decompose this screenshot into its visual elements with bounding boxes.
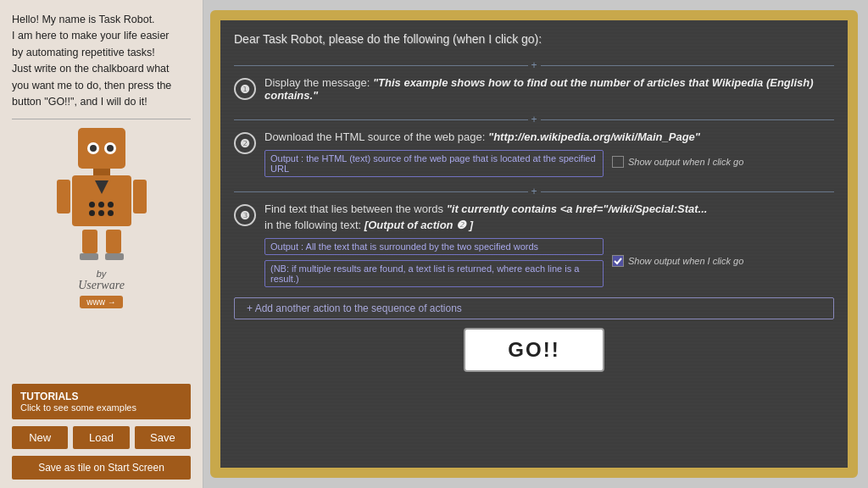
left-panel: Hello! My name is Task Robot. I am here … bbox=[0, 0, 203, 488]
divider-line bbox=[234, 65, 528, 66]
action-content-1: Display the message: "This example shows… bbox=[264, 76, 834, 105]
robot-btn-3 bbox=[108, 202, 114, 208]
divider-line-5 bbox=[234, 191, 528, 192]
action-prefix-1: Display the message: bbox=[264, 76, 370, 89]
desc-line-1: I am here to make your life easier bbox=[12, 30, 170, 42]
www-text: www → bbox=[86, 297, 115, 307]
robot-torso bbox=[72, 175, 131, 226]
save-button[interactable]: Save bbox=[135, 426, 191, 449]
show-output-text-3: Show output when I click go bbox=[628, 256, 743, 266]
robot-torso-group bbox=[72, 175, 131, 226]
action-output-box-3b: (NB: if multiple results are found, a te… bbox=[264, 260, 604, 287]
show-output-label-2: Show output when I click go bbox=[612, 156, 743, 168]
speech-divider bbox=[12, 119, 191, 119]
action-prefix-3b: in the following text: bbox=[264, 219, 361, 231]
divider-line-6 bbox=[541, 191, 835, 192]
robot-btn-4 bbox=[89, 210, 95, 216]
action-title-3b: in the following text: [Output of action… bbox=[264, 219, 834, 231]
action-title-3: Find text that lies between the words "i… bbox=[264, 202, 834, 215]
robot-leg-right bbox=[106, 230, 121, 253]
action-title-2: Download the HTML source of the web page… bbox=[264, 130, 834, 143]
desc-line-3: Just write on the chalkboard what bbox=[12, 63, 170, 75]
desc-line-4: you want me to do, then press the bbox=[12, 80, 171, 92]
add-action-button[interactable]: + Add another action to the sequence of … bbox=[234, 297, 834, 319]
new-button[interactable]: New bbox=[12, 426, 68, 449]
divider-3: + bbox=[234, 186, 834, 197]
action-title-1: Display the message: "This example shows… bbox=[264, 76, 834, 102]
save-tile-button[interactable]: Save as tile on Start Screen bbox=[12, 456, 191, 480]
show-output-checkbox-3[interactable] bbox=[612, 255, 624, 267]
brand-section: by Userware www → bbox=[78, 265, 125, 308]
divider-plus-2: + bbox=[528, 114, 541, 125]
load-button[interactable]: Load bbox=[73, 426, 129, 449]
chalkboard-header: Dear Task Robot, please do the following… bbox=[234, 32, 834, 46]
robot-foot-right bbox=[105, 253, 124, 260]
robot-btn-2 bbox=[98, 202, 104, 208]
action-output-row-3: Output : All the text that is surrounded… bbox=[264, 235, 834, 287]
chalkboard: Dear Task Robot, please do the following… bbox=[210, 10, 858, 478]
action-row-3: ❸ Find text that lies between the words … bbox=[234, 202, 834, 287]
action-italic-2: "http://en.wikipedia.org/wiki/Main_Page" bbox=[488, 130, 700, 143]
action-number-1: ❶ bbox=[234, 78, 256, 100]
action-italic-3: "it currently contains <a href="/wiki/Sp… bbox=[447, 202, 708, 215]
robot-leg-left bbox=[82, 230, 97, 253]
robot-btn-6 bbox=[108, 210, 114, 216]
action-output-row-2: Output : the HTML (text) source of the w… bbox=[264, 147, 834, 177]
robot-feet bbox=[80, 253, 124, 260]
by-label: by bbox=[97, 269, 107, 279]
action-prefix-3: Find text that lies between the words bbox=[264, 202, 443, 215]
www-badge: www → bbox=[80, 296, 122, 308]
robot-tie bbox=[95, 180, 108, 194]
robot-foot-left bbox=[80, 253, 98, 260]
robot-legs bbox=[82, 230, 121, 253]
robot-container: by Userware www → bbox=[12, 128, 191, 308]
output-box-group-3: Output : All the text that is surrounded… bbox=[264, 235, 604, 287]
tutorials-title: TUTORIALS bbox=[20, 391, 182, 402]
robot-eye-left bbox=[87, 142, 99, 154]
left-top-section: Hello! My name is Task Robot. I am here … bbox=[0, 0, 203, 384]
divider-line-3 bbox=[234, 119, 528, 120]
go-button[interactable]: GO!! bbox=[464, 328, 604, 372]
divider-plus-3: + bbox=[528, 186, 541, 197]
show-output-label-3: Show output when I click go bbox=[612, 255, 743, 267]
robot-neck bbox=[93, 169, 110, 175]
chalkboard-wrapper: Dear Task Robot, please do the following… bbox=[203, 0, 868, 488]
robot-figure: by Userware www → bbox=[72, 128, 131, 308]
action-output-box-2: Output : the HTML (text) source of the w… bbox=[264, 150, 604, 177]
divider-plus: + bbox=[528, 59, 541, 71]
robot-buttons bbox=[89, 202, 114, 216]
action-italic-3b: [Output of action ❷ ] bbox=[364, 219, 473, 231]
action-row-1: ❶ Display the message: "This example sho… bbox=[234, 76, 834, 105]
desc-line-5: button "GO!!", and I will do it! bbox=[12, 96, 147, 108]
desc-line-2: by automating repetitive tasks! bbox=[12, 47, 155, 58]
divider-line-4 bbox=[541, 119, 835, 120]
action-content-2: Download the HTML source of the web page… bbox=[264, 130, 834, 177]
action-number-2: ❷ bbox=[234, 132, 256, 154]
checkmark-icon bbox=[614, 257, 622, 265]
robot-arm-right bbox=[133, 180, 147, 214]
robot-arm-left bbox=[57, 180, 70, 214]
action-prefix-2: Download the HTML source of the web page… bbox=[264, 130, 485, 143]
robot-head bbox=[78, 128, 125, 169]
action-number-3: ❸ bbox=[234, 204, 256, 226]
divider-line-2 bbox=[541, 65, 835, 66]
robot-eye-right bbox=[104, 142, 116, 154]
action-output-box-3a: Output : All the text that is surrounded… bbox=[264, 238, 604, 255]
action-content-3: Find text that lies between the words "i… bbox=[264, 202, 834, 287]
robot-description: Hello! My name is Task Robot. I am here … bbox=[12, 12, 191, 110]
desc-line-0: Hello! My name is Task Robot. bbox=[12, 14, 155, 25]
tutorials-subtitle: Click to see some examples bbox=[20, 402, 182, 413]
divider-2: + bbox=[234, 114, 834, 125]
bottom-buttons: New Load Save bbox=[12, 426, 191, 449]
divider-1: + bbox=[234, 59, 834, 71]
robot-btn-5 bbox=[98, 210, 104, 216]
show-output-checkbox-2[interactable] bbox=[612, 156, 624, 168]
action-row-2: ❷ Download the HTML source of the web pa… bbox=[234, 130, 834, 177]
tutorials-button[interactable]: TUTORIALS Click to see some examples bbox=[12, 384, 191, 419]
brand-name: Userware bbox=[78, 279, 125, 292]
show-output-text-2: Show output when I click go bbox=[628, 157, 743, 167]
robot-btn-1 bbox=[89, 202, 95, 208]
